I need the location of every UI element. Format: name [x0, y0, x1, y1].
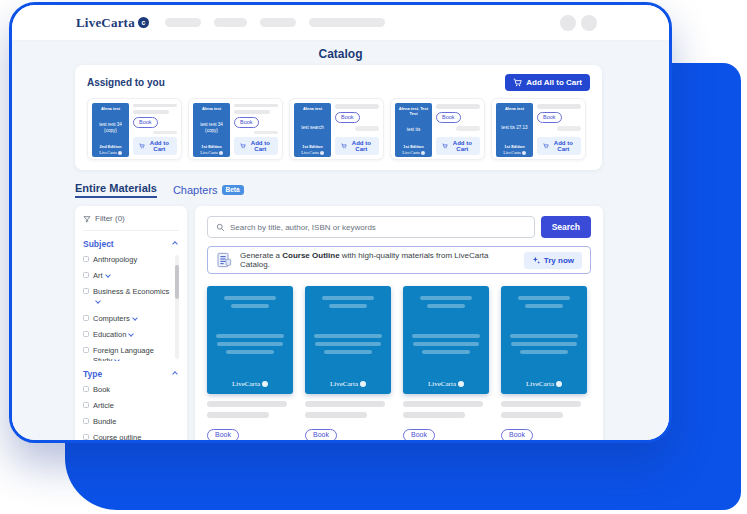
livecarta-logo[interactable]: LiveCarta c	[76, 15, 149, 31]
assigned-item: Alena test test rest 34 (copy) 1st Editi…	[188, 98, 283, 160]
type-checkbox-item[interactable]: Bundle	[83, 417, 172, 427]
book-type-badge: Book	[207, 429, 239, 442]
type-checkbox-item[interactable]: Book	[83, 385, 172, 395]
book-cover[interactable]: LiveCarta	[403, 286, 489, 394]
subject-checkbox-item[interactable]: Computers	[83, 314, 172, 324]
cart-icon	[442, 142, 448, 150]
cart-icon	[139, 142, 145, 150]
filter-sidebar: Filter (0) Subject Anthropology Art	[75, 206, 187, 443]
cover-brand: LiveCarta	[296, 150, 329, 155]
assigned-item: Alena test test tts 27.13 1st Edition Li…	[491, 98, 586, 160]
assigned-item-cover[interactable]: Alena test test rest 34 (copy) 2nd Editi…	[92, 103, 129, 157]
cover-brand: LiveCarta	[330, 380, 366, 388]
add-to-cart-button[interactable]: Add to Cart	[436, 137, 480, 155]
skeleton-bar	[355, 126, 379, 131]
checkbox[interactable]	[83, 418, 89, 424]
book-type-badge: Book	[436, 112, 461, 123]
checkbox[interactable]	[83, 402, 89, 408]
type-checkbox-item[interactable]: Article	[83, 401, 172, 411]
book-type-badge: Book	[133, 117, 158, 128]
checkbox[interactable]	[83, 288, 89, 294]
assigned-item-cover[interactable]: Alena test, Test Test test tts 1st Editi…	[395, 103, 432, 157]
subject-checkbox-item[interactable]: Education	[83, 330, 172, 340]
book-cover[interactable]: LiveCarta	[305, 286, 391, 394]
subject-checkbox-item[interactable]: Foreign Language Study	[83, 346, 172, 361]
logo-text: LiveCarta	[76, 15, 135, 31]
cover-skeleton-bar	[231, 304, 269, 308]
tab-entire-materials[interactable]: Entire Materials	[75, 182, 157, 198]
logo-mark-icon: c	[138, 17, 149, 28]
assigned-item-cover[interactable]: Alena test test tts 27.13 1st Edition Li…	[496, 103, 533, 157]
catalog-main: Search Generate a Course Outline with hi…	[195, 206, 603, 443]
subject-checkbox-item[interactable]: Business & Economics	[83, 287, 172, 307]
subject-list-scrollbar[interactable]	[175, 255, 179, 359]
chevron-up-icon	[172, 241, 178, 247]
cover-skeleton-bar	[518, 296, 570, 300]
banner-text: Generate a Course Outline with high-qual…	[240, 251, 516, 269]
add-to-cart-button[interactable]: Add to Cart	[537, 137, 581, 155]
skeleton-bar	[153, 131, 177, 134]
cart-icon	[513, 78, 522, 87]
sparkle-icon	[532, 256, 541, 265]
subject-checkbox-item[interactable]: Anthropology	[83, 255, 172, 265]
cover-skeleton-bar	[420, 296, 472, 300]
assigned-item-cover[interactable]: Alena test test search 1st Edition LiveC…	[294, 103, 331, 157]
logo-mark-icon	[556, 381, 562, 387]
type-filter-list: Book Article Bundle Course outline	[83, 385, 179, 443]
type-section-header[interactable]: Type	[83, 369, 179, 379]
nav-skeleton-pill	[214, 18, 247, 27]
search-button[interactable]: Search	[541, 216, 591, 238]
catalog-item: LiveCarta Book	[207, 286, 293, 443]
nav-placeholder	[165, 18, 385, 27]
assigned-item: Alena test test search 1st Edition LiveC…	[289, 98, 384, 160]
search-input[interactable]	[230, 223, 526, 232]
book-cover[interactable]: LiveCarta	[207, 286, 293, 394]
subject-checkbox-item[interactable]: Art	[83, 271, 172, 281]
checkbox[interactable]	[83, 315, 89, 321]
checkbox[interactable]	[83, 272, 89, 278]
add-to-cart-button[interactable]: Add to Cart	[133, 137, 177, 155]
type-checkbox-item[interactable]: Course outline	[83, 433, 172, 443]
checkbox[interactable]	[83, 331, 89, 337]
cover-skeleton-bar	[224, 296, 276, 300]
search-box	[207, 216, 535, 238]
checkbox[interactable]	[83, 347, 89, 353]
cart-icon	[341, 142, 347, 150]
checkbox[interactable]	[83, 256, 89, 262]
header-avatars	[560, 15, 597, 31]
chevron-down-icon	[105, 272, 111, 278]
assigned-item: Alena test test rest 34 (copy) 2nd Editi…	[87, 98, 182, 160]
catalog-covers-grid: LiveCarta Book	[207, 286, 591, 443]
subject-section-header[interactable]: Subject	[83, 239, 179, 249]
skeleton-bar	[133, 110, 169, 113]
skeleton-bar	[207, 412, 269, 418]
checkbox[interactable]	[83, 434, 89, 440]
tab-chapters[interactable]: Chapters Beta	[173, 184, 244, 196]
book-type-badge: Book	[234, 117, 259, 128]
catalog-item: LiveCarta Book	[305, 286, 391, 443]
logo-mark-icon	[522, 151, 526, 155]
nav-skeleton-pill	[165, 18, 201, 27]
cover-skeleton-bar	[322, 296, 374, 300]
cover-skeleton-bar	[525, 304, 563, 308]
catalog-item: LiveCarta Book	[501, 286, 587, 443]
book-type-badge: Book	[305, 429, 337, 442]
try-now-button[interactable]: Try now	[524, 252, 582, 269]
course-outline-banner: Generate a Course Outline with high-qual…	[207, 246, 591, 274]
assigned-items-row: Alena test test rest 34 (copy) 2nd Editi…	[87, 98, 590, 160]
logo-mark-icon	[219, 151, 223, 155]
checkbox[interactable]	[83, 386, 89, 392]
add-all-to-cart-button[interactable]: Add All to Cart	[505, 74, 590, 91]
nav-skeleton-pill	[309, 18, 385, 27]
add-to-cart-button[interactable]: Add to Cart	[335, 137, 379, 155]
catalog-tabs: Entire Materials Chapters Beta	[75, 181, 669, 198]
assigned-item-cover[interactable]: Alena test test rest 34 (copy) 1st Editi…	[193, 103, 230, 157]
book-cover[interactable]: LiveCarta	[501, 286, 587, 394]
skeleton-bar	[456, 126, 480, 131]
scrollbar-thumb[interactable]	[175, 265, 179, 299]
search-icon	[216, 223, 225, 232]
add-to-cart-button[interactable]: Add to Cart	[234, 137, 278, 155]
subject-filter-list: Anthropology Art Business & Economics Co…	[83, 255, 179, 361]
top-bar: LiveCarta c	[12, 5, 669, 41]
filter-header[interactable]: Filter (0)	[83, 214, 179, 231]
